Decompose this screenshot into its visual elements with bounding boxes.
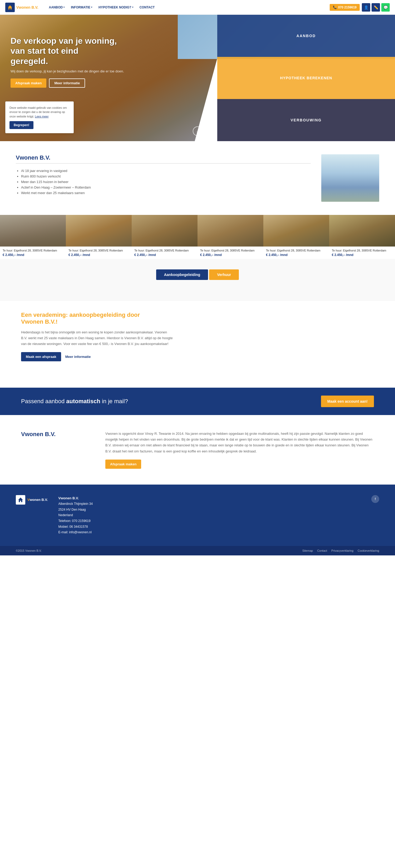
listing-address: Te huur: Eigelhorst 28, 3085VE Rotterdam <box>332 249 392 252</box>
hero-grid-aanbod[interactable]: AANBOD <box>217 15 395 57</box>
about-title: Vwonen B.V. <box>16 154 311 161</box>
svg-marker-0 <box>8 5 12 9</box>
service-body: Hedendaags is het bijna onmogelijk om ee… <box>21 330 174 347</box>
nav-item-informatie[interactable]: INFORMATIE ▾ <box>68 4 95 11</box>
chevron-down-icon: ▾ <box>91 6 92 8</box>
spacer <box>0 372 395 388</box>
hero-info-button[interactable]: Meer informatie <box>49 79 85 88</box>
nav-item-contact[interactable]: CONTACT <box>137 4 157 11</box>
footer-link-cookie[interactable]: Cookieverklaring <box>358 549 379 552</box>
list-item: Meer dan 115 huizen in beheer <box>21 180 311 184</box>
footer-logo-text: Vwonen B.V. <box>27 498 48 502</box>
listing-photo <box>198 215 263 247</box>
hero-scroll-button[interactable]: ⌄ <box>193 126 202 136</box>
chevron-down-icon: ▾ <box>63 6 64 8</box>
facebook-icon[interactable]: f <box>371 495 379 503</box>
about-section: Vwonen B.V. Al 18 jaar ervaring in vastg… <box>0 141 395 215</box>
listing-price: € 2.450,– /mnd <box>68 253 129 257</box>
footer-inner: Vwonen B.V. Vwonen B.V. Alberdinck Thijm… <box>16 495 379 535</box>
logo[interactable]: Vwonen B.V. <box>5 3 38 12</box>
listing-address: Te huur: Eigelhorst 28, 3085VE Rotterdam <box>3 249 63 252</box>
nav-item-aanbod[interactable]: AANBOD ▾ <box>47 4 67 11</box>
list-item: Al 18 jaar ervaring in vastgoed <box>21 169 311 173</box>
listing-info: Te huur: Eigelhorst 28, 3085VE Rotterdam… <box>263 247 329 259</box>
service-more-link[interactable]: Meer informatie <box>65 355 91 359</box>
listings-section: Te huur: Eigelhorst 28, 3085VE Rotterdam… <box>0 215 395 259</box>
company-title: Vwonen B.V. <box>21 431 90 438</box>
footer-social: f <box>371 495 379 503</box>
footer-link-sitemap[interactable]: Sitemap <box>302 549 313 552</box>
listing-info: Te huur: Eigelhorst 28, 3085VE Rotterdam… <box>132 247 198 259</box>
logo-icon <box>5 3 15 12</box>
tab-aankoopbegeleiding[interactable]: Aankoopbegeleiding <box>156 270 208 280</box>
tabs-bar: Aankoopbegeleiding Verhuur <box>16 270 379 280</box>
cookie-accept-button[interactable]: Begrepen! <box>9 121 33 129</box>
listings-track: Te huur: Eigelhorst 28, 3085VE Rotterdam… <box>0 215 395 259</box>
listing-card[interactable]: Te huur: Eigelhorst 28, 3085VE Rotterdam… <box>263 215 329 259</box>
listing-card[interactable]: Te huur: Eigelhorst 28, 3085VE Rotterdam… <box>66 215 132 259</box>
nav-links: AANBOD ▾ INFORMATIE ▾ HYPOTHEEK NODIG? ▾… <box>47 4 330 11</box>
listing-photo <box>0 215 66 247</box>
service-afspraak-button[interactable]: Maak een afspraak <box>21 352 61 361</box>
listing-card[interactable]: Te huur: Eigelhorst 28, 3085VE Rotterdam… <box>0 215 66 259</box>
cookie-link[interactable]: Lees meer <box>35 115 49 118</box>
list-item: Ruim 800 huizen verkocht <box>21 174 311 178</box>
chevron-down-icon: ⌄ <box>196 129 199 133</box>
listing-photo <box>329 215 395 247</box>
hero-grid-verbouwing[interactable]: VERBOUWING <box>217 99 395 141</box>
hero-grid-hypotheek[interactable]: HYPOTHEEK BEREKENEN <box>217 57 395 99</box>
listing-card[interactable]: Te huur: Eigelhorst 28, 3085VE Rotterdam… <box>198 215 263 259</box>
list-item: Actief in Den Haag – Zoetermeer – Rotter… <box>21 185 311 189</box>
nav-edit-button[interactable]: ✏️ <box>371 3 380 11</box>
nav-whatsapp-button[interactable]: 💬 <box>381 3 390 11</box>
company-body: Vwonen is opgericht door Vinoy R. Tewani… <box>105 431 374 454</box>
service-section: Een verademing: aankoopbegeleiding door … <box>0 301 395 372</box>
company-section: Vwonen B.V. Vwonen is opgericht door Vin… <box>0 415 395 484</box>
whatsapp-icon: 💬 <box>384 5 388 9</box>
cookie-text: Deze website maakt gebruik van cookies o… <box>9 105 69 119</box>
about-left: Vwonen B.V. Al 18 jaar ervaring in vastg… <box>16 154 311 196</box>
footer-logo-icon <box>16 495 25 504</box>
logo-text: Vwonen B.V. <box>16 5 38 9</box>
listing-card[interactable]: Te huur: Eigelhorst 28, 3085VE Rotterdam… <box>329 215 395 259</box>
listing-info: Te huur: Eigelhorst 28, 3085VE Rotterdam… <box>198 247 263 259</box>
hero-buttons: Afspraak maken Meer informatie <box>10 79 124 88</box>
listing-price: € 2.450,– /mnd <box>200 253 261 257</box>
list-item: Werkt met meer dan 25 makelaars samen <box>21 191 311 195</box>
footer-bottom-links: Sitemap Contact Privacyverklaring Cookie… <box>302 549 379 552</box>
footer: Vwonen B.V. Vwonen B.V. Alberdinck Thijm… <box>0 485 395 546</box>
cta-account-button[interactable]: Maak een account aan! <box>321 396 374 407</box>
nav-item-hypotheek[interactable]: HYPOTHEEK NODIG? ▾ <box>96 4 136 11</box>
listing-info: Te huur: Eigelhorst 28, 3085VE Rotterdam… <box>0 247 66 259</box>
listing-address: Te huur: Eigelhorst 28, 3085VE Rotterdam <box>68 249 129 252</box>
listing-address: Te huur: Eigelhorst 28, 3085VE Rotterdam <box>134 249 195 252</box>
cookie-banner: Deze website maakt gebruik van cookies o… <box>5 101 74 133</box>
listing-price: € 2.450,– /mnd <box>332 253 392 257</box>
hero-afspraak-button[interactable]: Afspraak maken <box>10 79 47 88</box>
about-image <box>321 154 379 202</box>
listing-price: € 2.450,– /mnd <box>266 253 327 257</box>
listing-address: Te huur: Eigelhorst 28, 3085VE Rotterdam <box>266 249 327 252</box>
footer-info: Vwonen B.V. Alberdinck Thijmplein 34 252… <box>58 495 93 535</box>
nav-phone[interactable]: 📞 070 2159619 <box>330 4 360 11</box>
nav-user-button[interactable]: 👤 <box>362 3 370 11</box>
about-list: Al 18 jaar ervaring in vastgoed Ruim 800… <box>16 169 311 195</box>
company-afspraak-button[interactable]: Afspraak maken <box>105 460 141 469</box>
user-icon: 👤 <box>364 5 368 9</box>
listing-address: Te huur: Eigelhorst 28, 3085VE Rotterdam <box>200 249 261 252</box>
hero-grid: AANBOD HYPOTHEEK BEREKENEN VERBOUWING <box>217 15 395 141</box>
company-left: Vwonen B.V. <box>21 431 90 443</box>
listing-info: Te huur: Eigelhorst 28, 3085VE Rotterdam… <box>329 247 395 259</box>
listing-photo <box>132 215 198 247</box>
listing-price: € 2.450,– /mnd <box>134 253 195 257</box>
footer-link-privacy[interactable]: Privacyverklaring <box>331 549 354 552</box>
listing-photo <box>263 215 329 247</box>
tab-verhuur[interactable]: Verhuur <box>209 270 239 280</box>
service-actions: Maak een afspraak Meer informatie <box>21 352 374 361</box>
navbar: Vwonen B.V. AANBOD ▾ INFORMATIE ▾ HYPOTH… <box>0 0 395 15</box>
about-image-inner <box>321 154 379 202</box>
footer-link-contact[interactable]: Contact <box>317 549 327 552</box>
listing-card[interactable]: Te huur: Eigelhorst 28, 3085VE Rotterdam… <box>132 215 198 259</box>
footer-logo: Vwonen B.V. <box>16 495 48 504</box>
hero-section: AANBOD HYPOTHEEK BEREKENEN VERBOUWING De… <box>0 15 395 141</box>
